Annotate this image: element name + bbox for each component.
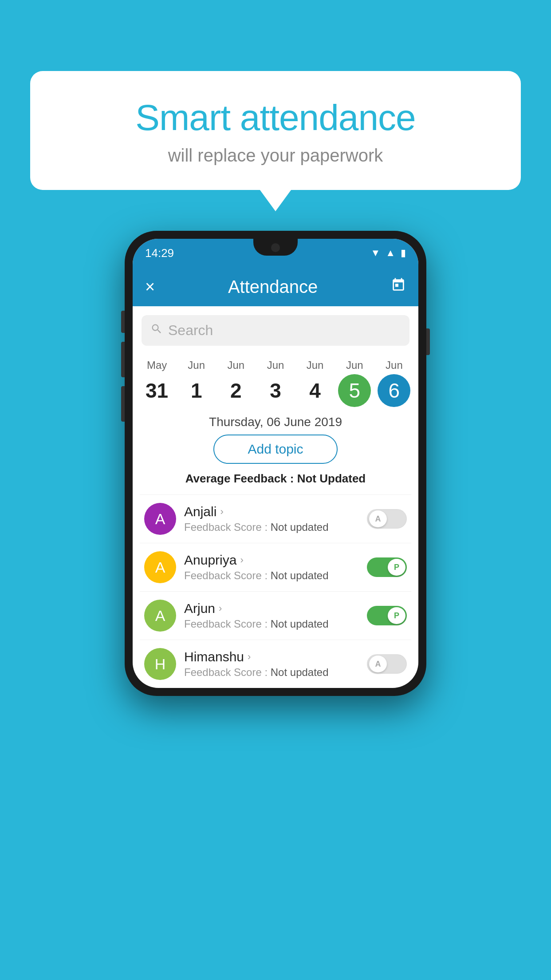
app-header: × Attendance (133, 267, 418, 306)
header-title: Attendance (228, 277, 318, 297)
student-feedback: Feedback Score : Not updated (184, 569, 359, 582)
date-column[interactable]: Jun6 (376, 359, 412, 407)
volume-up-button (121, 342, 125, 377)
toggle-knob: A (369, 510, 387, 527)
student-info: Anjali ›Feedback Score : Not updated (184, 504, 359, 533)
student-name: Anjali › (184, 504, 359, 519)
date-month-label: Jun (386, 359, 403, 371)
calendar-icon[interactable] (391, 277, 406, 296)
bubble-title: Smart attendance (52, 98, 499, 138)
date-day-number[interactable]: 31 (141, 374, 173, 407)
date-month-label: Jun (188, 359, 205, 371)
chevron-icon: › (240, 554, 243, 566)
date-column[interactable]: May31 (139, 359, 175, 407)
add-topic-button[interactable]: Add topic (213, 435, 338, 464)
attendance-toggle[interactable]: A (367, 509, 407, 529)
attendance-toggle[interactable]: A (367, 654, 407, 674)
date-picker[interactable]: May31Jun1Jun2Jun3Jun4Jun5Jun6 (133, 355, 418, 407)
signal-icon: ▲ (386, 247, 395, 259)
date-month-label: Jun (267, 359, 284, 371)
date-day-number[interactable]: 6 (378, 374, 410, 407)
status-time: 14:29 (145, 246, 174, 260)
notch (253, 239, 298, 256)
avg-feedback-value: Not Updated (297, 472, 366, 485)
student-avatar: H (144, 648, 176, 680)
phone-screen: 14:29 ▼ ▲ ▮ × Attendance (133, 239, 418, 688)
bubble-subtitle: will replace your paperwork (52, 146, 499, 166)
chevron-icon: › (219, 603, 222, 614)
front-camera (271, 243, 280, 252)
student-info: Arjun ›Feedback Score : Not updated (184, 601, 359, 630)
student-list: AAnjali ›Feedback Score : Not updatedAAA… (133, 494, 418, 688)
volume-silent-button (121, 311, 125, 333)
status-icons: ▼ ▲ ▮ (370, 247, 406, 259)
student-item[interactable]: AAnupriya ›Feedback Score : Not updatedP (140, 543, 411, 591)
student-name: Himanshu › (184, 649, 359, 664)
date-day-number[interactable]: 2 (220, 374, 252, 407)
toggle-knob: P (388, 559, 405, 576)
chevron-icon: › (248, 651, 251, 663)
date-column[interactable]: Jun2 (218, 359, 254, 407)
student-avatar: A (144, 551, 176, 583)
status-bar: 14:29 ▼ ▲ ▮ (133, 239, 418, 267)
avg-feedback: Average Feedback : Not Updated (133, 472, 418, 486)
student-info: Himanshu ›Feedback Score : Not updated (184, 649, 359, 679)
power-button (426, 328, 430, 355)
date-month-label: Jun (307, 359, 324, 371)
attendance-toggle[interactable]: P (367, 606, 407, 625)
date-month-label: Jun (227, 359, 244, 371)
toggle-knob: P (388, 607, 405, 624)
date-day-number[interactable]: 3 (259, 374, 292, 407)
date-day-number[interactable]: 1 (180, 374, 213, 407)
student-feedback: Feedback Score : Not updated (184, 521, 359, 533)
student-item[interactable]: AArjun ›Feedback Score : Not updatedP (140, 591, 411, 640)
battery-icon: ▮ (401, 247, 406, 259)
avg-feedback-label: Average Feedback : (185, 472, 297, 485)
student-name: Arjun › (184, 601, 359, 616)
student-item[interactable]: HHimanshu ›Feedback Score : Not updatedA (140, 640, 411, 688)
student-item[interactable]: AAnjali ›Feedback Score : Not updatedA (140, 494, 411, 543)
phone-outer: 14:29 ▼ ▲ ▮ × Attendance (125, 231, 426, 696)
close-button[interactable]: × (145, 277, 155, 296)
attendance-toggle[interactable]: P (367, 557, 407, 577)
speech-bubble: Smart attendance will replace your paper… (30, 71, 521, 190)
speech-bubble-container: Smart attendance will replace your paper… (30, 71, 521, 190)
student-feedback: Feedback Score : Not updated (184, 618, 359, 630)
toggle-knob: A (369, 656, 387, 672)
student-info: Anupriya ›Feedback Score : Not updated (184, 553, 359, 582)
date-day-number[interactable]: 4 (299, 374, 331, 407)
search-icon (150, 323, 163, 338)
wifi-icon: ▼ (370, 247, 380, 259)
student-avatar: A (144, 503, 176, 535)
date-day-number[interactable]: 5 (338, 374, 371, 407)
date-column[interactable]: Jun3 (258, 359, 293, 407)
date-column[interactable]: Jun1 (179, 359, 214, 407)
selected-date: Thursday, 06 June 2019 (133, 415, 418, 429)
phone-wrapper: 14:29 ▼ ▲ ▮ × Attendance (125, 231, 426, 696)
student-feedback: Feedback Score : Not updated (184, 666, 359, 679)
student-avatar: A (144, 600, 176, 632)
search-bar[interactable]: Search (142, 315, 409, 346)
date-month-label: Jun (346, 359, 363, 371)
search-placeholder: Search (168, 322, 213, 339)
volume-down-button (121, 386, 125, 422)
student-name: Anupriya › (184, 553, 359, 568)
date-column[interactable]: Jun5 (337, 359, 372, 407)
date-column[interactable]: Jun4 (297, 359, 333, 407)
chevron-icon: › (220, 506, 223, 518)
date-month-label: May (147, 359, 167, 371)
